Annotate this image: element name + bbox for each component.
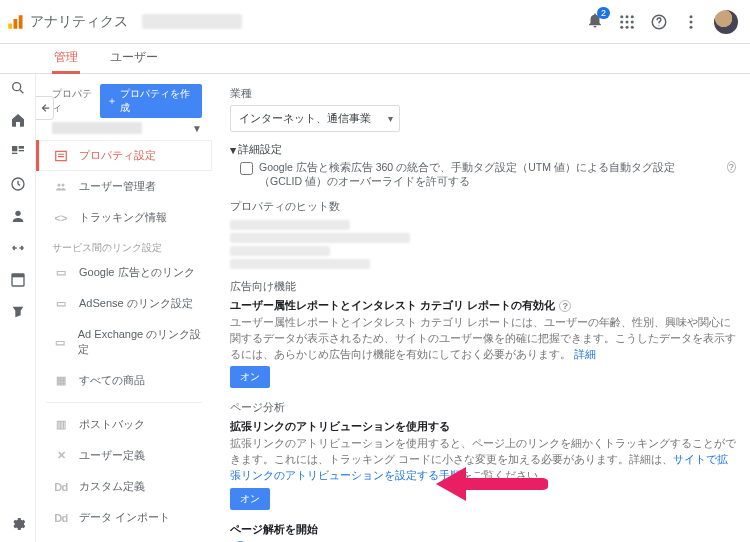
demographics-toggle-on[interactable]: オン: [230, 366, 270, 388]
svg-rect-1: [14, 19, 18, 29]
svg-point-4: [626, 15, 629, 18]
gear-icon[interactable]: [10, 516, 26, 532]
settings-list-icon: [53, 149, 69, 163]
svg-point-11: [631, 25, 634, 28]
notifications-button[interactable]: 2: [586, 11, 604, 32]
main-content: 業種 インターネット、通信事業 ▶詳細設定 Google 広告と検索広告 360…: [212, 74, 750, 542]
postback-icon: ▥: [53, 418, 69, 432]
nav-data-import[interactable]: Dd データ インポート: [36, 502, 212, 533]
hits-redacted: [230, 220, 736, 269]
plus-icon: ＋: [107, 94, 117, 108]
svg-point-8: [631, 20, 634, 23]
realtime-icon[interactable]: [10, 176, 26, 192]
demographics-description: ユーザー属性レポートとインタレスト カテゴリ レポートには、ユーザーの年齢、性別…: [230, 315, 736, 362]
analytics-logo-icon: [6, 13, 24, 31]
code-icon: <>: [53, 211, 69, 225]
tab-user[interactable]: ユーザー: [108, 44, 160, 74]
dd-icon: Dd: [53, 480, 69, 494]
nav-user-management[interactable]: ユーザー管理者: [36, 171, 212, 202]
left-rail: [0, 74, 36, 542]
svg-rect-21: [12, 153, 17, 154]
details-link[interactable]: 詳細: [574, 348, 596, 360]
app-title: アナリティクス: [30, 13, 128, 31]
link-icon: ▭: [53, 335, 68, 349]
svg-point-28: [62, 183, 65, 186]
apps-grid-icon[interactable]: [618, 13, 636, 31]
help-icon[interactable]: [650, 13, 668, 31]
svg-point-15: [690, 20, 693, 23]
nav-postback[interactable]: ▥ ポストバック: [36, 409, 212, 440]
dashboard-icon[interactable]: [10, 144, 26, 160]
svg-point-13: [658, 25, 659, 26]
svg-point-6: [620, 20, 623, 23]
property-selector[interactable]: ▼: [36, 120, 212, 140]
svg-rect-25: [12, 274, 24, 277]
avatar[interactable]: [714, 10, 738, 34]
nav-property-settings[interactable]: プロパティ設定: [36, 140, 212, 171]
enhanced-link-description: 拡張リンクのアトリビューションを使用すると、ページ上のリンクを細かくトラッキング…: [230, 436, 736, 483]
nav-adsense-link[interactable]: ▭ AdSense のリンク設定: [36, 288, 212, 319]
nav-adexchange-link[interactable]: ▭ Ad Exchange のリンク設定: [36, 319, 212, 365]
nav-custom-definitions[interactable]: Dd カスタム定義: [36, 471, 212, 502]
enhanced-link-toggle-on[interactable]: オン: [230, 488, 270, 510]
svg-point-17: [12, 83, 20, 91]
more-vert-icon[interactable]: [682, 13, 700, 31]
user-def-icon: ✕: [53, 449, 69, 463]
search-icon[interactable]: [10, 80, 26, 96]
svg-point-7: [626, 20, 629, 23]
svg-point-23: [15, 211, 20, 216]
acquisition-icon[interactable]: [10, 240, 26, 256]
nav-divider: [46, 402, 202, 403]
conversions-icon[interactable]: [10, 304, 26, 320]
property-label: プロパティ: [52, 87, 100, 115]
link-icon: ▭: [53, 266, 69, 280]
nav-user-defined[interactable]: ✕ ユーザー定義: [36, 440, 212, 471]
svg-point-5: [631, 15, 634, 18]
property-nav: プロパティ ＋プロパティを作成 ▼ プロパティ設定 ユーザー管理者 <> トラッ…: [36, 74, 212, 542]
svg-rect-20: [18, 150, 23, 151]
svg-point-16: [690, 25, 693, 28]
industry-label: 業種: [230, 86, 736, 101]
collapse-panel-button[interactable]: [36, 96, 54, 120]
home-icon[interactable]: [10, 112, 26, 128]
demographics-title: ユーザー属性レポートとインタレスト カテゴリ レポートの有効化: [230, 299, 555, 311]
ad-features-label: 広告向け機能: [230, 279, 736, 294]
industry-select[interactable]: インターネット、通信事業: [230, 105, 400, 132]
admin-tabs: 管理 ユーザー: [0, 44, 750, 74]
svg-rect-0: [8, 23, 12, 28]
account-name-redacted: [142, 14, 242, 29]
svg-point-10: [626, 25, 629, 28]
caret-right-icon: ▶: [229, 148, 238, 154]
nav-all-products[interactable]: ▦ すべての商品: [36, 365, 212, 396]
top-bar: アナリティクス 2: [0, 0, 750, 44]
create-property-button[interactable]: ＋プロパティを作成: [100, 84, 202, 118]
dd-icon: Dd: [53, 511, 69, 525]
audience-icon[interactable]: [10, 208, 26, 224]
help-tooltip-icon[interactable]: ?: [559, 300, 571, 312]
property-name-redacted: [52, 122, 142, 134]
nav-section-service-links: サービス間のリンク設定: [36, 233, 212, 257]
advanced-settings-toggle[interactable]: ▶詳細設定: [230, 142, 736, 157]
notification-badge: 2: [597, 7, 610, 19]
enhanced-link-title: 拡張リンクのアトリビューションを使用する: [230, 419, 736, 434]
svg-rect-2: [19, 15, 23, 29]
svg-rect-19: [18, 146, 23, 149]
gclid-override-label: Google 広告と検索広告 360 の統合で、手動タグ設定（UTM 値）による…: [259, 161, 717, 189]
svg-rect-18: [12, 146, 17, 151]
svg-point-9: [620, 25, 623, 28]
nav-google-ads-link[interactable]: ▭ Google 広告とのリンク: [36, 257, 212, 288]
tab-admin[interactable]: 管理: [52, 44, 80, 74]
users-icon: [53, 180, 69, 194]
caret-down-icon: ▼: [192, 123, 202, 134]
page-analysis-label: ページ分析: [230, 400, 736, 415]
link-icon: ▭: [53, 297, 69, 311]
svg-point-14: [690, 15, 693, 18]
svg-point-27: [58, 183, 61, 186]
help-tooltip-icon[interactable]: ?: [727, 161, 736, 173]
start-page-analysis-label: ページ解析を開始: [230, 522, 736, 537]
grid-icon: ▦: [53, 374, 69, 388]
svg-point-3: [620, 15, 623, 18]
nav-tracking-info[interactable]: <> トラッキング情報: [36, 202, 212, 233]
gclid-override-checkbox[interactable]: [240, 162, 253, 175]
behavior-icon[interactable]: [10, 272, 26, 288]
